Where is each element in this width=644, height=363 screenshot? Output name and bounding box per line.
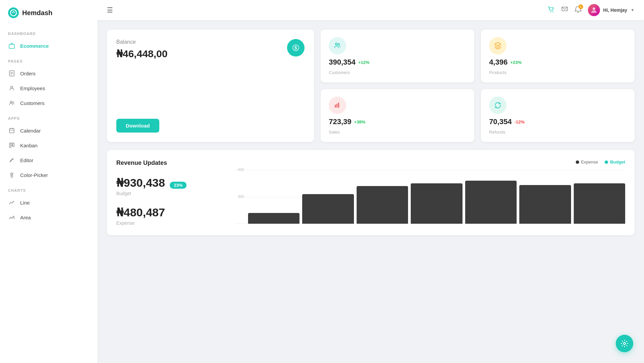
charts-section-label: CHARTS	[0, 182, 97, 195]
hamburger-menu[interactable]: ☰	[107, 6, 113, 14]
sidebar-item-customers-label: Customers	[20, 100, 45, 106]
revenue-section: Revenue Updates ₦930,438 23% Budget ₦480…	[107, 150, 635, 235]
brand-logo[interactable]: Hemdash	[0, 0, 97, 26]
calendar-icon	[8, 127, 15, 134]
refunds-value-row: 70,354 -12%	[489, 117, 627, 126]
main-content: ☰ 1 Hi, Hemjay ▼	[97, 0, 644, 363]
cart-icon[interactable]	[548, 6, 555, 15]
sidebar-item-customers[interactable]: Customers	[0, 96, 97, 110]
svg-point-24	[338, 44, 340, 45]
sidebar-item-employees[interactable]: Employees	[0, 81, 97, 96]
orders-icon	[8, 70, 15, 77]
customers-stat-card: 390,354 +12% Customers	[321, 30, 474, 82]
content-area: Balance ₦46,448,00 $ Download	[97, 20, 644, 363]
budget-amount-row: ₦930,438 23%	[116, 176, 224, 189]
svg-point-8	[12, 102, 14, 103]
stats-row: Balance ₦46,448,00 $ Download	[107, 30, 635, 142]
svg-point-17	[11, 176, 13, 178]
svg-rect-15	[13, 143, 14, 147]
sidebar-item-ecommerce-label: Ecommerce	[20, 43, 49, 49]
balance-card: Balance ₦46,448,00 $ Download	[107, 30, 314, 142]
sidebar-item-editor[interactable]: Editor	[0, 153, 97, 168]
svg-rect-14	[11, 143, 12, 146]
sales-label: Sales	[329, 130, 466, 135]
revenue-left: Revenue Updates ₦930,438 23% Budget ₦480…	[116, 159, 224, 226]
sidebar-item-editor-label: Editor	[20, 157, 33, 163]
sidebar-item-color-picker-label: Color-Picker	[20, 172, 48, 178]
customers-value: 390,354	[329, 58, 356, 67]
svg-point-7	[10, 101, 12, 103]
bar-5	[519, 185, 571, 224]
notifications-icon[interactable]: 1	[574, 6, 582, 15]
svg-rect-1	[9, 44, 14, 48]
pages-section-label: PAGES	[0, 53, 97, 66]
employees-icon	[8, 84, 15, 92]
sidebar-item-color-picker[interactable]: Color-Picker	[0, 168, 97, 182]
header-right: 1 Hi, Hemjay ▼	[548, 4, 635, 16]
sidebar-item-calendar[interactable]: Calendar	[0, 123, 97, 138]
sidebar-item-line-label: Line	[20, 200, 30, 206]
budget-legend-label: Budget	[610, 159, 625, 165]
sales-value-row: 723,39 +38%	[329, 117, 466, 126]
sidebar-item-ecommerce[interactable]: Ecommerce	[0, 38, 97, 53]
budget-block: ₦930,438 23% Budget	[116, 176, 224, 196]
refunds-value: 70,354	[489, 117, 512, 126]
svg-rect-27	[338, 103, 339, 108]
customers-value-row: 390,354 +12%	[329, 58, 466, 67]
sidebar-item-area[interactable]: Area	[0, 210, 97, 225]
expense-legend-dot	[576, 160, 579, 164]
customers-label: Customers	[329, 70, 466, 75]
svg-point-18	[550, 11, 551, 12]
budget-legend-dot	[605, 160, 608, 164]
revenue-legend: Expense Budget	[235, 159, 625, 165]
products-value: 4,396	[489, 58, 508, 67]
messages-icon[interactable]	[561, 6, 568, 15]
ecommerce-icon	[8, 42, 15, 49]
products-label: Products	[489, 70, 627, 75]
header-left: ☰	[107, 6, 113, 14]
sales-stat-card: 723,39 +38% Sales	[321, 89, 474, 142]
apps-section-label: APPS	[0, 110, 97, 123]
refunds-label: Refunds	[489, 130, 627, 135]
sidebar-item-orders[interactable]: Orders	[0, 66, 97, 81]
products-stat-card: 4,396 +23% Products	[481, 30, 635, 82]
expense-legend-label: Expense	[581, 159, 598, 165]
expense-block: ₦480,487 Expense	[116, 206, 224, 226]
balance-icon: $	[287, 39, 305, 57]
balance-amount: ₦46,448,00	[116, 48, 167, 60]
sidebar-item-kanban[interactable]: Kanban	[0, 138, 97, 153]
editor-icon	[8, 156, 15, 164]
bar-chart-container: 400 300	[235, 170, 625, 224]
svg-point-0	[10, 10, 16, 16]
sales-change: +38%	[354, 119, 366, 124]
customers-stat-icon	[329, 37, 346, 55]
sidebar-item-line[interactable]: Line	[0, 195, 97, 210]
dashboard-section-label: DASHBOARD	[0, 26, 97, 38]
products-change: +23%	[510, 60, 522, 65]
download-button[interactable]: Download	[116, 119, 159, 133]
user-avatar	[588, 4, 600, 16]
legend-expense: Expense	[576, 159, 598, 165]
kanban-icon	[8, 142, 15, 149]
settings-fab[interactable]	[616, 335, 633, 352]
svg-point-20	[593, 7, 595, 10]
revenue-title: Revenue Updates	[116, 159, 224, 167]
user-menu[interactable]: Hi, Hemjay ▼	[588, 4, 635, 16]
logo-icon	[8, 7, 19, 18]
bar-6	[574, 183, 625, 224]
sidebar-item-orders-label: Orders	[20, 71, 36, 76]
svg-point-23	[335, 43, 337, 45]
revenue-right: Expense Budget 400 300	[235, 159, 625, 226]
bar-3	[411, 183, 462, 224]
refunds-stat-icon	[489, 97, 507, 114]
svg-point-28	[623, 342, 626, 344]
customers-change: +12%	[358, 60, 370, 65]
balance-text: Balance ₦46,448,00	[116, 39, 167, 60]
sidebar-item-employees-label: Employees	[20, 85, 45, 91]
balance-label: Balance	[116, 39, 167, 45]
sidebar-item-kanban-label: Kanban	[20, 143, 38, 148]
budget-amount: ₦930,438	[116, 176, 165, 189]
line-chart-icon	[8, 199, 15, 206]
bar-2	[357, 186, 408, 224]
sidebar-item-calendar-label: Calendar	[20, 128, 41, 134]
